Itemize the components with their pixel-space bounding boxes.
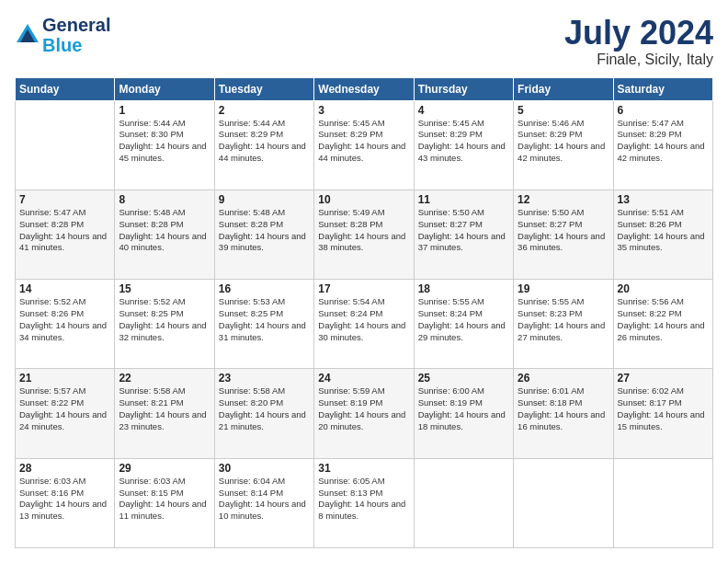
calendar-table: SundayMondayTuesdayWednesdayThursdayFrid… bbox=[15, 77, 713, 548]
day-number: 4 bbox=[418, 104, 509, 117]
month-title: July 2024 bbox=[564, 15, 713, 52]
calendar-day-cell: 7Sunrise: 5:47 AM Sunset: 8:28 PM Daylig… bbox=[16, 190, 115, 279]
calendar-day-cell: 12Sunrise: 5:50 AM Sunset: 8:27 PM Dayli… bbox=[514, 190, 613, 279]
day-info: Sunrise: 5:46 AM Sunset: 8:29 PM Dayligh… bbox=[518, 118, 609, 165]
calendar-day-cell bbox=[613, 458, 712, 547]
day-number: 25 bbox=[418, 372, 509, 385]
day-number: 9 bbox=[219, 193, 310, 206]
day-info: Sunrise: 5:59 AM Sunset: 8:19 PM Dayligh… bbox=[318, 385, 409, 432]
calendar-day-cell: 2Sunrise: 5:44 AM Sunset: 8:29 PM Daylig… bbox=[214, 100, 313, 190]
calendar-day-cell: 25Sunrise: 6:00 AM Sunset: 8:19 PM Dayli… bbox=[414, 369, 513, 458]
day-number: 3 bbox=[318, 104, 409, 117]
calendar-day-cell: 19Sunrise: 5:55 AM Sunset: 8:23 PM Dayli… bbox=[514, 280, 613, 369]
calendar-day-cell: 15Sunrise: 5:52 AM Sunset: 8:25 PM Dayli… bbox=[115, 280, 214, 369]
calendar-day-cell: 5Sunrise: 5:46 AM Sunset: 8:29 PM Daylig… bbox=[514, 100, 613, 190]
calendar-day-cell: 30Sunrise: 6:04 AM Sunset: 8:14 PM Dayli… bbox=[214, 458, 313, 547]
calendar-day-cell: 17Sunrise: 5:54 AM Sunset: 8:24 PM Dayli… bbox=[314, 280, 414, 369]
calendar-day-cell: 10Sunrise: 5:49 AM Sunset: 8:28 PM Dayli… bbox=[314, 190, 414, 279]
day-number: 28 bbox=[19, 462, 110, 475]
calendar-day-cell: 11Sunrise: 5:50 AM Sunset: 8:27 PM Dayli… bbox=[414, 190, 513, 279]
calendar-day-cell: 18Sunrise: 5:55 AM Sunset: 8:24 PM Dayli… bbox=[414, 280, 513, 369]
calendar-day-cell: 1Sunrise: 5:44 AM Sunset: 8:30 PM Daylig… bbox=[115, 100, 214, 190]
calendar-day-cell bbox=[16, 100, 115, 190]
day-info: Sunrise: 5:58 AM Sunset: 8:21 PM Dayligh… bbox=[119, 385, 210, 432]
day-info: Sunrise: 5:44 AM Sunset: 8:29 PM Dayligh… bbox=[219, 118, 310, 165]
day-info: Sunrise: 5:50 AM Sunset: 8:27 PM Dayligh… bbox=[518, 207, 609, 254]
day-number: 1 bbox=[119, 104, 210, 117]
day-info: Sunrise: 6:01 AM Sunset: 8:18 PM Dayligh… bbox=[518, 385, 609, 432]
day-number: 23 bbox=[219, 372, 310, 385]
day-info: Sunrise: 5:49 AM Sunset: 8:28 PM Dayligh… bbox=[318, 207, 409, 254]
day-info: Sunrise: 5:45 AM Sunset: 8:29 PM Dayligh… bbox=[318, 118, 409, 165]
day-number: 21 bbox=[19, 372, 110, 385]
day-number: 19 bbox=[518, 282, 609, 295]
logo-icon bbox=[15, 22, 40, 48]
day-number: 2 bbox=[219, 104, 310, 117]
calendar-day-cell: 16Sunrise: 5:53 AM Sunset: 8:25 PM Dayli… bbox=[214, 280, 313, 369]
calendar-day-cell: 8Sunrise: 5:48 AM Sunset: 8:28 PM Daylig… bbox=[115, 190, 214, 279]
day-info: Sunrise: 5:47 AM Sunset: 8:28 PM Dayligh… bbox=[19, 207, 110, 254]
day-info: Sunrise: 5:50 AM Sunset: 8:27 PM Dayligh… bbox=[418, 207, 509, 254]
day-info: Sunrise: 5:58 AM Sunset: 8:20 PM Dayligh… bbox=[219, 385, 310, 432]
day-number: 7 bbox=[19, 193, 110, 206]
weekday-header-cell: Thursday bbox=[414, 77, 513, 100]
day-info: Sunrise: 5:47 AM Sunset: 8:29 PM Dayligh… bbox=[618, 118, 709, 165]
day-info: Sunrise: 5:52 AM Sunset: 8:26 PM Dayligh… bbox=[19, 296, 110, 343]
calendar-page: GeneralBlue July 2024 Finale, Sicily, It… bbox=[0, 0, 728, 563]
calendar-day-cell: 31Sunrise: 6:05 AM Sunset: 8:13 PM Dayli… bbox=[314, 458, 414, 547]
day-number: 8 bbox=[119, 193, 210, 206]
calendar-day-cell: 22Sunrise: 5:58 AM Sunset: 8:21 PM Dayli… bbox=[115, 369, 214, 458]
day-number: 20 bbox=[618, 282, 709, 295]
calendar-week-row: 1Sunrise: 5:44 AM Sunset: 8:30 PM Daylig… bbox=[16, 100, 713, 190]
day-number: 5 bbox=[518, 104, 609, 117]
calendar-day-cell bbox=[414, 458, 513, 547]
logo-name: GeneralBlue bbox=[42, 15, 110, 55]
logo: GeneralBlue bbox=[15, 15, 110, 55]
day-number: 15 bbox=[119, 282, 210, 295]
day-info: Sunrise: 5:55 AM Sunset: 8:24 PM Dayligh… bbox=[418, 296, 509, 343]
weekday-header-cell: Friday bbox=[514, 77, 613, 100]
day-info: Sunrise: 6:02 AM Sunset: 8:17 PM Dayligh… bbox=[618, 385, 709, 432]
day-info: Sunrise: 6:03 AM Sunset: 8:15 PM Dayligh… bbox=[119, 476, 210, 523]
calendar-day-cell: 24Sunrise: 5:59 AM Sunset: 8:19 PM Dayli… bbox=[314, 369, 414, 458]
day-number: 29 bbox=[119, 462, 210, 475]
calendar-day-cell: 23Sunrise: 5:58 AM Sunset: 8:20 PM Dayli… bbox=[214, 369, 313, 458]
day-info: Sunrise: 5:52 AM Sunset: 8:25 PM Dayligh… bbox=[119, 296, 210, 343]
day-number: 11 bbox=[418, 193, 509, 206]
day-info: Sunrise: 5:44 AM Sunset: 8:30 PM Dayligh… bbox=[119, 118, 210, 165]
weekday-header-cell: Saturday bbox=[613, 77, 712, 100]
calendar-week-row: 14Sunrise: 5:52 AM Sunset: 8:26 PM Dayli… bbox=[16, 280, 713, 369]
day-number: 10 bbox=[318, 193, 409, 206]
day-info: Sunrise: 6:05 AM Sunset: 8:13 PM Dayligh… bbox=[318, 476, 409, 523]
day-info: Sunrise: 5:48 AM Sunset: 8:28 PM Dayligh… bbox=[119, 207, 210, 254]
day-number: 31 bbox=[318, 462, 409, 475]
calendar-day-cell: 14Sunrise: 5:52 AM Sunset: 8:26 PM Dayli… bbox=[16, 280, 115, 369]
day-number: 18 bbox=[418, 282, 509, 295]
day-number: 27 bbox=[618, 372, 709, 385]
day-number: 26 bbox=[518, 372, 609, 385]
weekday-header-cell: Sunday bbox=[16, 77, 115, 100]
calendar-day-cell: 9Sunrise: 5:48 AM Sunset: 8:28 PM Daylig… bbox=[214, 190, 313, 279]
calendar-day-cell: 20Sunrise: 5:56 AM Sunset: 8:22 PM Dayli… bbox=[613, 280, 712, 369]
day-info: Sunrise: 5:48 AM Sunset: 8:28 PM Dayligh… bbox=[219, 207, 310, 254]
day-number: 14 bbox=[19, 282, 110, 295]
calendar-week-row: 7Sunrise: 5:47 AM Sunset: 8:28 PM Daylig… bbox=[16, 190, 713, 279]
calendar-day-cell: 6Sunrise: 5:47 AM Sunset: 8:29 PM Daylig… bbox=[613, 100, 712, 190]
day-number: 6 bbox=[618, 104, 709, 117]
day-info: Sunrise: 6:00 AM Sunset: 8:19 PM Dayligh… bbox=[418, 385, 509, 432]
day-number: 24 bbox=[318, 372, 409, 385]
calendar-week-row: 21Sunrise: 5:57 AM Sunset: 8:22 PM Dayli… bbox=[16, 369, 713, 458]
day-info: Sunrise: 6:03 AM Sunset: 8:16 PM Dayligh… bbox=[19, 476, 110, 523]
day-info: Sunrise: 5:53 AM Sunset: 8:25 PM Dayligh… bbox=[219, 296, 310, 343]
day-info: Sunrise: 5:55 AM Sunset: 8:23 PM Dayligh… bbox=[518, 296, 609, 343]
calendar-day-cell: 4Sunrise: 5:45 AM Sunset: 8:29 PM Daylig… bbox=[414, 100, 513, 190]
day-info: Sunrise: 5:54 AM Sunset: 8:24 PM Dayligh… bbox=[318, 296, 409, 343]
calendar-day-cell: 28Sunrise: 6:03 AM Sunset: 8:16 PM Dayli… bbox=[16, 458, 115, 547]
day-info: Sunrise: 5:57 AM Sunset: 8:22 PM Dayligh… bbox=[19, 385, 110, 432]
calendar-day-cell: 26Sunrise: 6:01 AM Sunset: 8:18 PM Dayli… bbox=[514, 369, 613, 458]
day-number: 13 bbox=[618, 193, 709, 206]
title-block: July 2024 Finale, Sicily, Italy bbox=[564, 15, 713, 68]
weekday-header-row: SundayMondayTuesdayWednesdayThursdayFrid… bbox=[16, 77, 713, 100]
day-number: 22 bbox=[119, 372, 210, 385]
day-info: Sunrise: 5:51 AM Sunset: 8:26 PM Dayligh… bbox=[618, 207, 709, 254]
